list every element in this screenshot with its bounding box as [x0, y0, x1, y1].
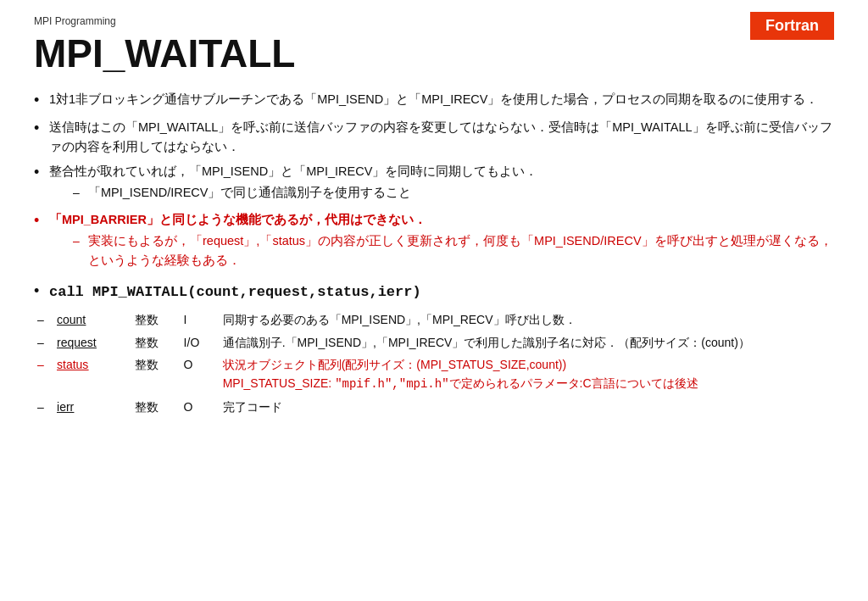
param-name-ierr: ierr — [53, 396, 131, 418]
bullet-dot-2: • — [34, 116, 49, 141]
param-dash-request: – — [34, 331, 53, 353]
bullet-item-4: • 「MPI_BARRIER」と同じような機能であるが，代用はできない． – 実… — [34, 210, 834, 273]
call-block: • call MPI_WAITALL(count,request,status,… — [34, 281, 834, 418]
fortran-badge: Fortran — [750, 12, 834, 40]
param-name-request: request — [53, 331, 131, 353]
sub-dash-4-1: – — [73, 231, 88, 250]
slide-header: MPI Programming 24 — [34, 15, 834, 27]
call-bullet: • call MPI_WAITALL(count,request,status,… — [34, 281, 834, 303]
param-dash-ierr: – — [34, 396, 53, 418]
param-io-ierr: O — [181, 396, 220, 418]
param-type-request: 整数 — [131, 331, 181, 353]
bullet-item-2: • 送信時はこの「MPI_WAITALL」を呼ぶ前に送信バッファの内容を変更して… — [34, 118, 834, 157]
bullet-dot-4: • — [34, 209, 49, 233]
slide: MPI Programming 24 Fortran MPI_WAITALL •… — [0, 0, 868, 601]
sub-item-4-1: – 実装にもよるが，「request」,「status」の内容が正しく更新されず… — [73, 231, 834, 270]
bullet-list: • 1対1非ブロッキング通信サブルーチンである「MPI_ISEND」と「MPI_… — [34, 90, 834, 272]
bullet-4-main: 「MPI_BARRIER」と同じような機能であるが，代用はできない． — [49, 213, 426, 226]
header-title: MPI Programming — [34, 15, 116, 27]
param-name-status: status — [53, 353, 131, 396]
param-desc-count: 同期する必要のある「MPI_ISEND」,「MPI_RECV」呼び出し数． — [220, 309, 834, 331]
bullet-dot-1: • — [34, 88, 49, 113]
param-type-ierr: 整数 — [131, 396, 181, 418]
param-desc-request: 通信識別子.「MPI_ISEND」,「MPI_IRECV」で利用した識別子名に対… — [220, 331, 834, 353]
sub-list-3: – 「MPI_ISEND/IRECV」で同じ通信識別子を使用すること — [49, 183, 834, 203]
call-dot: • — [34, 279, 49, 303]
param-type-count: 整数 — [131, 309, 181, 331]
bullet-3-main: 整合性が取れていれば，「MPI_ISEND」と「MPI_IRECV」を同時に同期… — [49, 164, 537, 178]
bullet-text-3: 整合性が取れていれば，「MPI_ISEND」と「MPI_IRECV」を同時に同期… — [49, 162, 834, 204]
param-desc-status: 状況オブジェクト配列(配列サイズ：(MPI_STATUS_SIZE,count)… — [220, 353, 834, 396]
bullet-item-1: • 1対1非ブロッキング通信サブルーチンである「MPI_ISEND」と「MPI_… — [34, 90, 834, 113]
bullet-text-4: 「MPI_BARRIER」と同じような機能であるが，代用はできない． – 実装に… — [49, 210, 834, 273]
params-table: – count 整数 I 同期する必要のある「MPI_ISEND」,「MPI_R… — [34, 309, 834, 418]
sub-text-3-1: 「MPI_ISEND/IRECV」で同じ通信識別子を使用すること — [88, 183, 412, 203]
bullet-text-1: 1対1非ブロッキング通信サブルーチンである「MPI_ISEND」と「MPI_IR… — [49, 90, 834, 109]
param-row-count: – count 整数 I 同期する必要のある「MPI_ISEND」,「MPI_R… — [34, 309, 834, 331]
sub-list-4: – 実装にもよるが，「request」,「status」の内容が正しく更新されず… — [49, 231, 834, 270]
param-row-ierr: – ierr 整数 O 完了コード — [34, 396, 834, 418]
param-row-status: – status 整数 O 状況オブジェクト配列(配列サイズ：(MPI_STAT… — [34, 353, 834, 396]
slide-title: MPI_WAITALL — [34, 31, 834, 76]
bullet-item-3: • 整合性が取れていれば，「MPI_ISEND」と「MPI_IRECV」を同時に… — [34, 162, 834, 204]
param-io-request: I/O — [181, 331, 220, 353]
param-dash-count: – — [34, 309, 53, 331]
slide-content: • 1対1非ブロッキング通信サブルーチンである「MPI_ISEND」と「MPI_… — [34, 90, 834, 418]
sub-item-3-1: – 「MPI_ISEND/IRECV」で同じ通信識別子を使用すること — [73, 183, 834, 203]
param-desc-ierr: 完了コード — [220, 396, 834, 418]
param-row-request: – request 整数 I/O 通信識別子.「MPI_ISEND」,「MPI_… — [34, 331, 834, 353]
sub-text-4-1: 実装にもよるが，「request」,「status」の内容が正しく更新されず，何… — [88, 231, 834, 270]
param-io-status: O — [181, 353, 220, 396]
param-io-count: I — [181, 309, 220, 331]
call-code: call MPI_WAITALL(count,request,status,ie… — [49, 281, 421, 303]
param-type-status: 整数 — [131, 353, 181, 396]
param-dash-status: – — [34, 353, 53, 396]
bullet-text-2: 送信時はこの「MPI_WAITALL」を呼ぶ前に送信バッファの内容を変更してはな… — [49, 118, 834, 157]
sub-dash-3-1: – — [73, 183, 88, 202]
bullet-dot-3: • — [34, 160, 49, 185]
param-name-count: count — [53, 309, 131, 331]
